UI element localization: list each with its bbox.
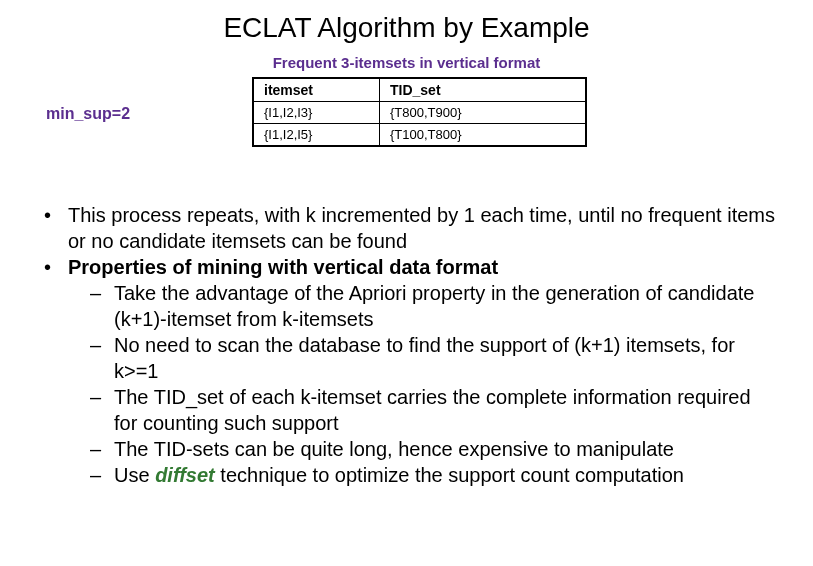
col-header-tidset: TID_set	[380, 78, 587, 102]
slide-title: ECLAT Algorithm by Example	[36, 12, 777, 44]
table-row: {I1,I2,I5} {T100,T800}	[253, 124, 586, 147]
bullet-bold-text: Properties of mining with vertical data …	[68, 256, 498, 278]
slide-subtitle: Frequent 3-itemsets in vertical format	[36, 54, 777, 71]
dash-item: Take the advantage of the Apriori proper…	[90, 280, 777, 332]
cell-tidset: {T800,T900}	[380, 102, 587, 124]
bullet-item: This process repeats, with k incremented…	[44, 202, 777, 254]
table-header-row: itemset TID_set	[253, 78, 586, 102]
cell-tidset: {T100,T800}	[380, 124, 587, 147]
cell-itemset: {I1,I2,I3}	[253, 102, 380, 124]
dash-text-post: technique to optimize the support count …	[215, 464, 684, 486]
slide-content: This process repeats, with k incremented…	[36, 202, 777, 488]
cell-itemset: {I1,I2,I5}	[253, 124, 380, 147]
dash-item: The TID-sets can be quite long, hence ex…	[90, 436, 777, 462]
table-row: {I1,I2,I3} {T800,T900}	[253, 102, 586, 124]
itemset-table: itemset TID_set {I1,I2,I3} {T800,T900} {…	[252, 77, 587, 147]
dash-item: Use diffset technique to optimize the su…	[90, 462, 777, 488]
dash-item: No need to scan the database to find the…	[90, 332, 777, 384]
dash-text-pre: Use	[114, 464, 155, 486]
min-sup-label: min_sup=2	[36, 77, 176, 123]
diffset-keyword: diffset	[155, 464, 215, 486]
col-header-itemset: itemset	[253, 78, 380, 102]
dash-item: The TID_set of each k-itemset carries th…	[90, 384, 777, 436]
bullet-item: Properties of mining with vertical data …	[44, 254, 777, 488]
